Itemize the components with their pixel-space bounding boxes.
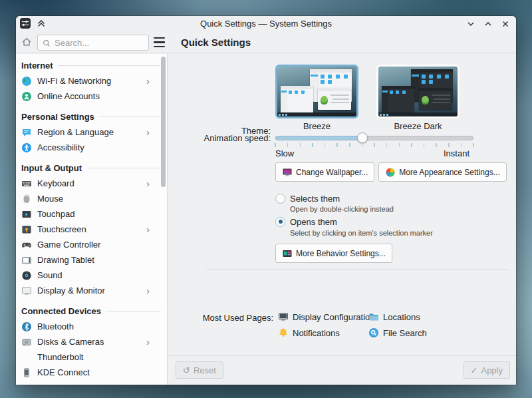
sidebar-item-drawing-tablet[interactable]: Drawing Tablet [16,252,167,268]
sidebar-item-label: Wi-Fi & Networking [37,76,111,86]
sidebar-item-label: KDE Connect [37,367,90,377]
drawing-tablet-icon [21,255,32,266]
touchscreen-icon [21,224,32,235]
sidebar-section-header-input-output: Input & Output [16,160,167,176]
display-config-icon [278,311,289,322]
sidebar-item-label: Bluetooth [37,321,74,331]
more-appearance-settings-button[interactable]: More Appearance Settings... [378,162,506,182]
most-used-label: Most Used Pages: [168,313,273,323]
sidebar-item-wi-fi-networking[interactable]: Wi-Fi & Networking› [16,73,167,89]
sound-icon [21,270,32,281]
radio-option-selects-them[interactable]: Selects them [275,193,340,204]
sidebar-item-game-controller[interactable]: Game Controller [16,237,167,252]
section-divider [87,168,160,168]
section-label: Internet [21,61,53,71]
home-icon[interactable] [21,37,32,47]
more-behavior-settings-button[interactable]: More Behavior Settings... [275,244,392,263]
search-input[interactable] [55,38,144,48]
radio-unselected-icon[interactable] [275,194,285,204]
most-used-page-label: Notifications [293,328,340,338]
mini-taskbar [277,112,356,116]
online-accounts-icon [21,91,32,102]
section-divider [100,116,160,117]
titlebar[interactable]: Quick Settings — System Settings [16,16,516,32]
sidebar-item-touchpad[interactable]: Touchpad [16,206,167,222]
sidebar-item-sound[interactable]: Sound [16,268,167,283]
sidebar-item-label: Online Accounts [37,91,100,101]
section-divider [106,311,160,311]
animation-speed-slider[interactable] [275,132,473,143]
theme-preview-breeze-dark[interactable] [376,65,460,118]
sidebar-item-accessibility[interactable]: Accessibility [16,140,167,155]
sidebar-section-header-personal-settings: Personal Settings [16,108,167,124]
radio-selected-icon[interactable] [275,217,285,227]
search-field[interactable] [37,35,149,51]
game-controller-icon [21,240,32,250]
search-icon [42,38,51,47]
sidebar: InternetWi-Fi & Networking›Online Accoun… [16,54,168,385]
display-monitor-icon [21,286,32,296]
theme-options: BreezeBreeze Dark [275,65,460,131]
behavior-icon [282,248,293,259]
slider-handle[interactable] [357,132,368,143]
kde-connect-icon [21,367,32,378]
section-label: Personal Settings [21,112,94,122]
most-used-grid: Display ConfigurationLocationsNotificati… [278,311,427,338]
sidebar-item-region-language[interactable]: Region & Language› [16,124,167,140]
globe-network-icon [21,76,32,87]
most-used-page-locations[interactable]: Locations [368,311,427,322]
radio-option-opens-them[interactable]: Opens them [275,216,337,227]
region-language-icon [21,127,32,138]
sidebar-item-label: Game Controller [37,240,100,250]
footer: ↺Reset ✓Apply [168,355,516,385]
sidebar-item-display-monitor[interactable]: Display & Monitor› [16,283,167,298]
theme-preview-breeze[interactable] [275,65,358,118]
mini-dialog [318,88,351,110]
theme-name-label: Breeze [275,121,358,131]
maximize-button[interactable] [483,19,493,29]
section-label: Connected Devices [21,306,101,316]
sidebar-item-touchscreen[interactable]: Touchscreen› [16,222,167,237]
file-search-icon [368,327,379,338]
theme-option-breeze[interactable]: Breeze [275,65,358,131]
sidebar-item-online-accounts[interactable]: Online Accounts [16,89,167,104]
sidebar-item-kde-connect[interactable]: KDE Connect [16,365,167,380]
button-label: More Behavior Settings... [296,249,386,258]
theme-option-breeze-dark[interactable]: Breeze Dark [376,65,460,131]
close-button[interactable] [500,19,511,29]
most-used-page-label: File Search [383,328,427,338]
section-divider [59,65,160,66]
sidebar-item-bluetooth[interactable]: Bluetooth [16,319,167,334]
sidebar-section-header-internet: Internet [16,57,167,73]
chevron-right-icon: › [146,127,150,137]
sidebar-item-thunderbolt[interactable]: Thunderbolt [16,349,167,365]
sidebar-item-label: Accessibility [37,142,84,152]
mini-taskbar [378,112,458,116]
section-separator [206,269,509,270]
most-used-page-notifications[interactable]: Notifications [278,327,368,338]
sidebar-item-label: Keyboard [37,178,74,188]
toolbar: Quick Settings [16,32,516,53]
check-icon: ✓ [471,365,478,375]
quick-settings-page: Theme: BreezeBreeze Dark Animation speed… [168,54,516,385]
radio-label: Opens them [290,217,337,227]
undo-icon: ↺ [183,365,190,375]
change-wallpaper-button[interactable]: Change Wallpaper... [275,162,374,182]
reset-button[interactable]: ↺Reset [176,361,223,379]
most-used-page-display-configuration[interactable]: Display Configuration [278,311,368,322]
notifications-icon [278,327,289,338]
sidebar-item-label: Region & Language [37,127,114,137]
thunderbolt-icon [21,352,32,363]
mouse-icon [21,194,32,204]
wallpaper-icon [282,167,293,178]
sidebar-item-disks-cameras[interactable]: Disks & Cameras› [16,334,167,349]
sidebar-item-label: Display & Monitor [37,286,105,296]
sidebar-scrollbar[interactable] [161,57,166,187]
sidebar-item-keyboard[interactable]: Keyboard› [16,176,167,191]
minimize-button[interactable] [466,19,476,29]
most-used-page-file-search[interactable]: File Search [368,327,427,338]
bluetooth-icon [21,321,32,332]
menu-icon[interactable] [154,37,165,47]
apply-button[interactable]: ✓Apply [464,361,510,379]
sidebar-item-mouse[interactable]: Mouse [16,191,167,206]
